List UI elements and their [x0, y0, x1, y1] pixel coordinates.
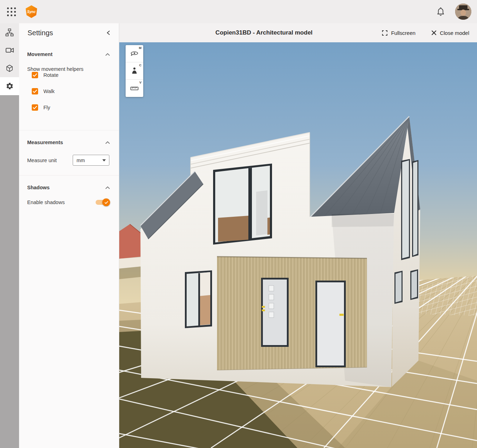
- walk-tool-shortcut: C: [139, 63, 142, 67]
- rail-items: [0, 23, 19, 95]
- 3d-scene-canvas[interactable]: [119, 42, 477, 448]
- measure-unit-select[interactable]: mm: [73, 155, 109, 166]
- fly-label: Fly: [43, 105, 50, 110]
- shadows-section-title: Shadows: [27, 185, 50, 190]
- check-icon: [32, 105, 38, 110]
- rail-item-camera-views[interactable]: [0, 41, 19, 59]
- measure-unit-row: Measure unit mm: [27, 155, 109, 166]
- measure-tool-button[interactable]: V: [126, 80, 143, 97]
- upper-window: [213, 164, 272, 245]
- measure-tool-shortcut: V: [139, 81, 141, 84]
- rotate-checkbox[interactable]: [32, 72, 38, 78]
- check-icon: [32, 88, 38, 94]
- walk-check-row: Walk: [32, 88, 119, 94]
- movement-helpers-label: Show movement helpers: [19, 57, 119, 72]
- panel-collapse-button[interactable]: [105, 29, 112, 37]
- ruler-icon: [130, 84, 139, 93]
- walk-checkbox[interactable]: [32, 88, 38, 94]
- walk-label: Walk: [43, 88, 55, 94]
- fly-check-row: Fly: [32, 104, 119, 111]
- model-tree-icon: [5, 28, 14, 37]
- rotate-label: Rotate: [43, 72, 59, 78]
- enable-shadows-row: Enable shadows: [27, 200, 109, 205]
- side-door: [315, 281, 346, 367]
- orbit-icon: [130, 49, 139, 58]
- rail-item-settings[interactable]: [0, 77, 19, 95]
- rail-item-model-tree[interactable]: [0, 23, 19, 41]
- settings-panel: Settings Movement Show movement helpers …: [19, 23, 119, 448]
- top-bar: Sync: [0, 0, 477, 23]
- user-avatar[interactable]: [455, 4, 471, 20]
- walk-tool-button[interactable]: C: [126, 62, 143, 80]
- check-icon: [32, 72, 38, 78]
- entry-door: [261, 278, 289, 347]
- measurements-section: Measurements Measure unit mm: [19, 130, 119, 166]
- viewer-tool-palette: M C V: [126, 45, 143, 97]
- settings-title: Settings: [28, 29, 53, 37]
- chevron-left-icon: [106, 30, 110, 35]
- ground-floor-window: [185, 270, 212, 328]
- viewer-viewport: Copien31BD - Architectural model Fullscr…: [119, 23, 477, 448]
- apps-grid-icon[interactable]: [7, 7, 16, 16]
- notifications-bell-icon[interactable]: [436, 7, 445, 16]
- fly-checkbox[interactable]: [32, 104, 38, 111]
- shadows-collapse-button[interactable]: [104, 185, 111, 190]
- chevron-up-icon: [105, 53, 110, 56]
- video-camera-icon: [5, 46, 14, 55]
- left-icon-rail: [0, 23, 19, 448]
- close-model-button[interactable]: Close model: [431, 30, 469, 36]
- scene-container: M C V: [119, 42, 477, 448]
- cube-3d-icon: [5, 64, 14, 73]
- close-model-label: Close model: [440, 30, 469, 36]
- main-area: Settings Movement Show movement helpers …: [0, 23, 477, 448]
- fullscreen-label: Fullscreen: [391, 30, 415, 36]
- model-title: Copien31BD - Architectural model: [119, 29, 366, 36]
- rotate-check-row: Rotate: [32, 72, 119, 78]
- check-icon: [104, 200, 109, 205]
- sync-logo[interactable]: Sync: [25, 5, 38, 18]
- gear-icon: [6, 82, 14, 90]
- fullscreen-icon: [382, 30, 388, 36]
- orbit-tool-button[interactable]: M: [126, 45, 143, 62]
- measurements-section-title: Measurements: [27, 140, 63, 145]
- viewport-header: Copien31BD - Architectural model Fullscr…: [119, 23, 477, 42]
- person-icon: [130, 66, 139, 75]
- close-icon: [431, 30, 437, 36]
- rail-item-3d-viewer[interactable]: [0, 59, 19, 77]
- movement-collapse-button[interactable]: [104, 52, 111, 57]
- sync-logo-text: Sync: [27, 10, 36, 14]
- measurements-collapse-button[interactable]: [104, 140, 111, 145]
- movement-section-title: Movement: [27, 51, 53, 57]
- chevron-up-icon: [105, 141, 110, 144]
- settings-panel-header: Settings: [19, 23, 119, 42]
- movement-section: Movement Show movement helpers Rotate Wa…: [19, 42, 119, 121]
- dropdown-caret-icon: [102, 159, 106, 161]
- fullscreen-button[interactable]: Fullscreen: [382, 30, 415, 36]
- measure-unit-value: mm: [77, 158, 85, 163]
- enable-shadows-label: Enable shadows: [27, 200, 65, 205]
- measure-unit-label: Measure unit: [27, 158, 57, 163]
- orbit-tool-shortcut: M: [139, 46, 142, 50]
- toggle-thumb: [102, 198, 110, 206]
- enable-shadows-toggle[interactable]: [96, 200, 109, 205]
- shadows-section: Shadows Enable shadows: [19, 175, 119, 205]
- chevron-up-icon: [105, 186, 110, 189]
